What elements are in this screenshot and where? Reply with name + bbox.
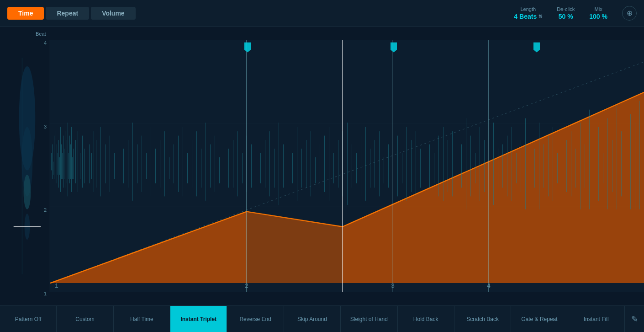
- svg-rect-108: [320, 145, 320, 188]
- btn-skip-around[interactable]: Skip Around: [284, 306, 341, 332]
- length-label: Length: [520, 6, 536, 12]
- svg-rect-179: [642, 136, 642, 197]
- svg-rect-117: [361, 136, 361, 197]
- svg-rect-49: [73, 149, 74, 179]
- btn-half-time[interactable]: Half Time: [114, 306, 170, 332]
- svg-rect-176: [630, 114, 631, 209]
- svg-rect-36: [61, 145, 62, 179]
- btn-gate-repeat[interactable]: Gate & Repeat: [511, 306, 568, 332]
- svg-rect-33: [58, 140, 59, 187]
- tab-repeat[interactable]: Repeat: [46, 7, 89, 20]
- mix-label: Mix: [595, 6, 602, 12]
- waveform-display[interactable]: generates waveform bars: [50, 40, 644, 292]
- svg-rect-60: [100, 127, 101, 197]
- svg-rect-131: [425, 123, 425, 205]
- edit-button[interactable]: ✎: [625, 306, 644, 332]
- svg-rect-97: [269, 131, 270, 196]
- svg-rect-32: [58, 153, 58, 175]
- svg-rect-55: [87, 123, 87, 201]
- svg-rect-57: [91, 153, 92, 179]
- length-control: Length 4 Beats ⇅: [514, 6, 542, 20]
- svg-rect-165: [580, 123, 581, 209]
- btn-instant-fill[interactable]: Instant Fill: [568, 306, 625, 332]
- svg-rect-160: [557, 153, 558, 183]
- svg-rect-86: [219, 157, 220, 183]
- btn-sleight-of-hand[interactable]: Sleight of Hand: [341, 306, 397, 332]
- declick-value[interactable]: 50 %: [559, 13, 573, 20]
- svg-rect-93: [251, 145, 252, 188]
- svg-rect-144: [484, 140, 485, 192]
- svg-rect-143: [480, 127, 480, 201]
- btn-scratch-back[interactable]: Scratch Back: [454, 306, 511, 332]
- svg-rect-169: [598, 127, 599, 201]
- header-controls: Length 4 Beats ⇅ De-click 50 % Mix 100 %…: [514, 6, 637, 21]
- svg-rect-63: [114, 153, 115, 179]
- svg-rect-70: [146, 153, 147, 179]
- svg-rect-150: [512, 127, 512, 201]
- svg-rect-154: [530, 131, 530, 196]
- svg-rect-77: [178, 136, 179, 192]
- svg-rect-39: [64, 149, 64, 179]
- svg-rect-172: [612, 140, 612, 192]
- svg-rect-29: [55, 149, 55, 175]
- svg-rect-168: [594, 136, 594, 197]
- svg-rect-45: [69, 136, 70, 183]
- svg-rect-53: [82, 136, 83, 188]
- svg-rect-75: [169, 157, 169, 179]
- btn-instant-triplet[interactable]: Instant Triplet: [170, 306, 227, 332]
- svg-rect-164: [575, 149, 576, 187]
- svg-rect-78: [183, 127, 183, 197]
- svg-rect-163: [571, 131, 571, 196]
- svg-rect-133: [434, 153, 434, 183]
- svg-rect-118: [365, 127, 366, 201]
- svg-rect-85: [215, 136, 215, 192]
- svg-rect-91: [242, 153, 243, 183]
- tab-volume[interactable]: Volume: [91, 7, 136, 20]
- svg-rect-82: [201, 149, 201, 187]
- y-label-2: 2: [36, 207, 49, 213]
- svg-rect-123: [388, 145, 389, 188]
- svg-rect-51: [78, 131, 78, 192]
- svg-rect-106: [311, 131, 311, 196]
- svg-rect-95: [260, 153, 261, 183]
- btn-pattern-off[interactable]: Pattern Off: [0, 306, 57, 332]
- svg-rect-96: [265, 140, 265, 187]
- svg-rect-158: [548, 136, 549, 197]
- svg-rect-80: [192, 140, 192, 187]
- y-label-4: 4: [36, 40, 49, 46]
- svg-rect-135: [443, 127, 443, 201]
- svg-rect-167: [589, 110, 590, 209]
- svg-rect-52: [80, 153, 80, 179]
- svg-rect-159: [553, 127, 553, 201]
- svg-rect-119: [370, 149, 370, 187]
- btn-custom[interactable]: Custom: [57, 306, 113, 332]
- svg-rect-84: [210, 145, 211, 188]
- svg-rect-129: [416, 131, 416, 196]
- svg-rect-173: [617, 105, 617, 209]
- btn-reverse-end[interactable]: Reverse End: [227, 306, 284, 332]
- svg-rect-136: [448, 140, 448, 192]
- tab-group: Time Repeat Volume: [7, 7, 136, 20]
- svg-rect-88: [228, 149, 229, 187]
- svg-rect-26: [52, 145, 53, 179]
- svg-rect-35: [60, 127, 61, 192]
- svg-rect-65: [123, 149, 124, 183]
- svg-rect-142: [475, 153, 475, 183]
- svg-rect-37: [62, 153, 63, 179]
- svg-rect-42: [67, 140, 67, 183]
- svg-rect-81: [196, 131, 197, 196]
- tab-time[interactable]: Time: [7, 7, 44, 20]
- svg-rect-156: [539, 123, 539, 209]
- svg-rect-104: [301, 149, 302, 187]
- length-value[interactable]: 4 Beats ⇅: [514, 13, 542, 20]
- main-waveform-area: Beat 4 3 2 1: [0, 27, 644, 305]
- svg-rect-175: [626, 149, 626, 187]
- btn-hold-back[interactable]: Hold Back: [398, 306, 454, 332]
- svg-rect-109: [324, 136, 325, 192]
- mix-value[interactable]: 100 %: [589, 13, 607, 20]
- svg-rect-59: [96, 140, 96, 187]
- svg-rect-44: [69, 153, 69, 179]
- svg-rect-128: [411, 140, 412, 192]
- more-button[interactable]: ⊕: [622, 6, 637, 21]
- svg-rect-100: [283, 145, 284, 188]
